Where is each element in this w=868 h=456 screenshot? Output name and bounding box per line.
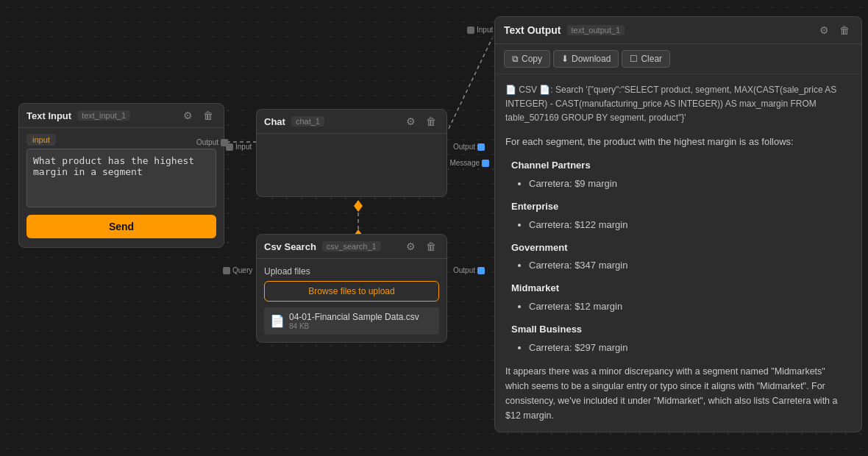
download-button[interactable]: ⬇ Download bbox=[553, 50, 619, 68]
csv-output-port bbox=[477, 267, 485, 274]
clear-button[interactable]: ☐ Clear bbox=[622, 50, 670, 68]
upload-label: Upload files bbox=[264, 266, 439, 277]
panel-toolbar: ⧉ Copy ⬇ Download ☐ Clear bbox=[495, 44, 861, 74]
chat-message-label: Message bbox=[449, 159, 480, 167]
file-name: 04-01-Financial Sample Data.csv bbox=[289, 312, 419, 322]
chat-delete-btn[interactable]: 🗑 bbox=[423, 114, 439, 129]
panel-settings-btn[interactable]: ⚙ bbox=[817, 23, 832, 38]
chat-id: chat_1 bbox=[291, 116, 324, 127]
csv-id: csv_search_1 bbox=[322, 241, 381, 252]
browse-files-button[interactable]: Browse files to upload bbox=[264, 281, 439, 302]
chat-output-label: Output bbox=[453, 143, 475, 151]
segment-item: MidmarketCarretera: $12 margin bbox=[511, 281, 851, 315]
query-line: 📄 CSV 📄: Search '{"query":"SELECT produc… bbox=[505, 83, 851, 126]
panel-delete-btn[interactable]: 🗑 bbox=[836, 23, 853, 38]
text-input-settings-btn[interactable]: ⚙ bbox=[180, 108, 196, 123]
chat-input-port bbox=[226, 143, 233, 151]
text-input-node: Text Input text_input_1 ⚙ 🗑 input What p… bbox=[18, 103, 224, 248]
panel-input-port bbox=[467, 26, 474, 34]
text-input-title: Text Input bbox=[26, 110, 71, 121]
file-icon: 📄 bbox=[270, 314, 285, 328]
csv-settings-btn[interactable]: ⚙ bbox=[403, 239, 419, 254]
text-input-id: text_input_1 bbox=[77, 110, 130, 121]
svg-marker-3 bbox=[354, 200, 363, 212]
csv-header: Csv Search csv_search_1 ⚙ 🗑 bbox=[257, 235, 447, 259]
copy-icon: ⧉ bbox=[512, 54, 519, 64]
panel-id: text_output_1 bbox=[567, 25, 625, 35]
csv-query-label: Query bbox=[232, 266, 252, 274]
csv-query-port bbox=[223, 267, 230, 274]
chat-settings-btn[interactable]: ⚙ bbox=[403, 114, 419, 129]
text-input-delete-btn[interactable]: 🗑 bbox=[200, 108, 216, 123]
segment-item: Small BusinessCarretera: $297 margin bbox=[511, 322, 851, 356]
segment-list: Channel PartnersCarretera: $9 marginEnte… bbox=[505, 158, 851, 355]
clear-icon: ☐ bbox=[630, 54, 638, 64]
output-panel: Input Text Output text_output_1 ⚙ 🗑 ⧉ Co… bbox=[494, 16, 862, 432]
chat-header: Chat chat_1 ⚙ 🗑 bbox=[257, 110, 447, 134]
chat-message-port bbox=[482, 160, 489, 167]
text-input-textarea[interactable]: What product has the highest margin in a… bbox=[26, 149, 216, 207]
intro-text: For each segment, the product with the h… bbox=[505, 135, 851, 150]
chat-output-port bbox=[477, 143, 485, 151]
panel-content[interactable]: 📄 CSV 📄: Search '{"query":"SELECT produc… bbox=[495, 74, 861, 432]
chat-node: Chat chat_1 ⚙ 🗑 Input Output Message bbox=[256, 109, 447, 197]
copy-button[interactable]: ⧉ Copy bbox=[504, 50, 550, 68]
segment-item: EnterpriseCarretera: $122 margin bbox=[511, 199, 851, 233]
segment-item: GovernmentCarretera: $347 margin bbox=[511, 241, 851, 274]
panel-header: Input Text Output text_output_1 ⚙ 🗑 bbox=[495, 17, 861, 44]
csv-icon: 📄 bbox=[505, 85, 516, 95]
svg-line-2 bbox=[449, 38, 492, 129]
csv-search-node: Csv Search csv_search_1 ⚙ 🗑 Query Output… bbox=[256, 234, 447, 343]
text-input-header: Text Input text_input_1 ⚙ 🗑 bbox=[19, 104, 224, 128]
output-port-label: Output bbox=[196, 138, 218, 146]
input-label: input bbox=[26, 134, 56, 146]
csv-delete-btn[interactable]: 🗑 bbox=[423, 239, 439, 254]
footer-text: It appears there was a minor discrepancy… bbox=[505, 364, 851, 423]
panel-input-label: Input bbox=[477, 26, 493, 34]
chat-title: Chat bbox=[264, 116, 285, 127]
csv-title: Csv Search bbox=[264, 241, 316, 252]
csv-output-label: Output bbox=[453, 266, 475, 274]
download-icon: ⬇ bbox=[561, 54, 569, 64]
panel-title: Text Output bbox=[504, 24, 561, 36]
chat-input-label: Input bbox=[235, 143, 252, 151]
send-button[interactable]: Send bbox=[26, 215, 216, 238]
segment-item: Channel PartnersCarretera: $9 margin bbox=[511, 158, 851, 192]
file-size: 84 KB bbox=[289, 322, 419, 330]
file-item: 📄 04-01-Financial Sample Data.csv 84 KB bbox=[264, 307, 439, 335]
